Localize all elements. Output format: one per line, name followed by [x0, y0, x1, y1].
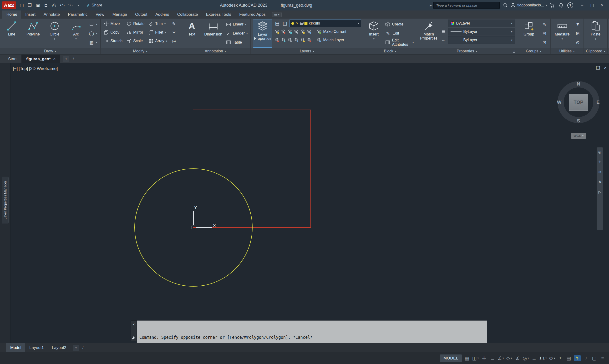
copy-button[interactable]: Copy	[103, 28, 124, 37]
account-button[interactable]: tiagobonifacio... ▾	[510, 3, 547, 8]
wcs-menu[interactable]: WCS ▾	[571, 133, 586, 139]
panel-label-annotation[interactable]: Annotation▾	[180, 48, 250, 54]
move-button[interactable]: Move	[103, 20, 124, 28]
close-button[interactable]: ×	[597, 1, 607, 9]
layer-isolate-icon[interactable]	[281, 29, 286, 34]
linetype-dropdown[interactable]: ByLayer ▾	[448, 36, 515, 44]
panel-label-block[interactable]: Block▾	[363, 48, 416, 54]
tab-collaborate[interactable]: Collaborate	[173, 11, 202, 19]
tab-annotate[interactable]: Annotate	[39, 11, 64, 19]
panel-label-groups[interactable]: Groups▾	[517, 48, 550, 54]
layer-on-tool-icon[interactable]	[300, 29, 305, 34]
ribbon-display-toggle[interactable]: ▭ ▾	[272, 12, 282, 17]
panel-label-clipboard[interactable]: Clipboard▾	[584, 48, 607, 54]
panel-label-modify[interactable]: Modify▾	[101, 48, 180, 54]
layer-lock-tool-icon[interactable]	[294, 29, 299, 34]
properties-dialog-launcher[interactable]: ◿	[513, 50, 515, 53]
open-file-button[interactable]: ❒	[26, 2, 33, 9]
file-tab-active[interactable]: figuras_geo* ×	[21, 54, 61, 63]
leader-button[interactable]: Leader▾	[225, 29, 248, 38]
annotation-monitor-button[interactable]: +	[557, 354, 563, 362]
isometric-drafting-button[interactable]: ◇▾	[506, 354, 512, 362]
drawing-area[interactable]: Y X [−] [Top] [2D Wireframe] − ❐ × N W E…	[11, 63, 609, 343]
undo-button[interactable]: ↶▾	[59, 2, 66, 9]
visual-style-control[interactable]: [2D Wireframe]	[29, 66, 58, 71]
viewport-menu-control[interactable]: [−]	[13, 66, 18, 71]
panel-label-layers[interactable]: Layers▾	[251, 48, 363, 54]
layout-tab-layout2[interactable]: Layout2	[48, 343, 71, 352]
rotate-button[interactable]: Rotate	[125, 20, 145, 28]
paste-button[interactable]: Paste▾	[586, 20, 605, 48]
search-expand-icon[interactable]: ▸	[430, 3, 432, 8]
layer-walk-icon[interactable]	[306, 29, 312, 34]
lineweight-display-button[interactable]: ≣	[531, 354, 537, 362]
arc-button[interactable]: Arc▾	[66, 20, 86, 48]
group-button[interactable]: Group	[519, 20, 539, 48]
circle-button[interactable]: Circle▾	[45, 20, 64, 48]
hatch-tool-button[interactable]: ▨▾	[88, 38, 98, 47]
file-tab-start[interactable]: Start	[3, 54, 21, 63]
model-space-button[interactable]: MODEL	[440, 354, 462, 362]
clean-screen-button[interactable]: ▢	[591, 354, 597, 362]
offset-button[interactable]: ◎	[170, 37, 178, 45]
new-layout-button[interactable]: +	[73, 345, 79, 351]
group-selection-button[interactable]: ⊡	[541, 38, 548, 47]
layer-delete-icon[interactable]	[306, 38, 312, 42]
share-button[interactable]: ⇗ Share	[86, 3, 102, 8]
trim-button[interactable]: Trim▾	[147, 20, 168, 28]
steering-wheel-icon[interactable]: ◎	[598, 150, 601, 154]
lineweight-dropdown[interactable]: ByLayer ▾	[448, 28, 515, 36]
measure-button[interactable]: Measure▾	[553, 20, 572, 48]
isolate-objects-button[interactable]: ◔	[583, 354, 589, 362]
text-button[interactable]: AText	[182, 20, 202, 48]
maximize-button[interactable]: □	[587, 1, 597, 9]
wrench-icon[interactable]	[132, 336, 136, 340]
make-current-button[interactable]: Make Current	[316, 28, 346, 36]
customize-button[interactable]: ≡	[599, 354, 606, 362]
viewcube-top-face[interactable]: TOP	[569, 94, 588, 111]
quick-properties-button[interactable]: ▤	[566, 354, 572, 362]
drawn-square[interactable]	[193, 110, 311, 228]
id-point-button[interactable]: ⊙	[574, 38, 582, 47]
qat-customize-button[interactable]: ▾	[75, 2, 82, 9]
save-as-button[interactable]: ◘	[42, 2, 50, 9]
viewport-close-button[interactable]: ×	[604, 65, 607, 71]
save-button[interactable]: ▣	[34, 2, 41, 9]
insert-block-button[interactable]: Insert▾	[365, 20, 382, 48]
command-close-icon[interactable]: ×	[132, 322, 135, 327]
ungroup-button[interactable]: ⊟	[541, 29, 548, 38]
panel-label-utilities[interactable]: Utilities▾	[551, 48, 583, 54]
table-button[interactable]: Table	[225, 38, 248, 47]
object-snap-button[interactable]: ◎▾	[523, 354, 529, 362]
layer-merge-icon[interactable]	[300, 38, 305, 42]
erase-button[interactable]: ✎	[170, 20, 178, 28]
tab-featured-apps[interactable]: Featured Apps	[235, 11, 270, 19]
viewcube-north[interactable]: N	[577, 81, 580, 87]
quick-calculator-button[interactable]: ⊞	[574, 29, 582, 38]
new-file-button[interactable]: ▢	[18, 2, 25, 9]
tab-express-tools[interactable]: Express Tools	[202, 11, 235, 19]
layer-freeze-all-icon[interactable]	[294, 38, 299, 42]
layer-state-icon[interactable]: ▤	[274, 21, 280, 26]
app-menu-button[interactable]: A CAD	[2, 1, 16, 9]
array-button[interactable]: Array▾	[147, 37, 168, 45]
polar-tracking-button[interactable]: ∠▾	[497, 354, 504, 362]
tab-insert[interactable]: Insert	[21, 11, 39, 19]
view-control[interactable]: [Top]	[19, 66, 28, 71]
linear-dimension-button[interactable]: Linear▾	[225, 20, 248, 29]
grid-display-button[interactable]: ▦	[464, 354, 470, 362]
layer-off-icon[interactable]	[274, 29, 279, 34]
close-icon[interactable]: ×	[53, 56, 56, 62]
tab-output[interactable]: Output	[131, 11, 151, 19]
viewport-minimize-button[interactable]: −	[590, 65, 592, 71]
ellipse-tool-button[interactable]: ◯▾	[88, 29, 98, 38]
mirror-button[interactable]: Mirror	[125, 28, 145, 37]
scale-button[interactable]: Scale	[125, 37, 145, 45]
viewcube-east[interactable]: E	[596, 100, 599, 105]
new-drawing-tab-button[interactable]: +	[63, 56, 69, 62]
tab-home[interactable]: Home	[2, 11, 21, 19]
quick-select-button[interactable]: ▼	[574, 20, 582, 29]
viewcube-south[interactable]: S	[577, 118, 580, 124]
panel-label-properties[interactable]: Properties▾◿	[417, 48, 517, 54]
group-edit-button[interactable]: ✎	[541, 20, 548, 29]
